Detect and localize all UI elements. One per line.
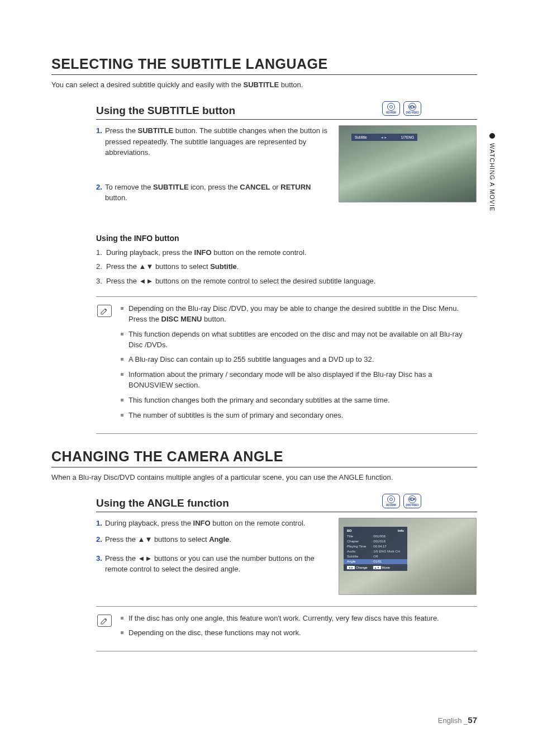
- bd-rom-icon: BD-ROM: [382, 101, 400, 116]
- info-step-3: 3. Press the ◄► buttons on the remote co…: [96, 276, 477, 287]
- osd-row-val: : 001/006: [372, 535, 404, 538]
- note-item: Information about the primary / secondar…: [121, 370, 477, 391]
- section-tab: WATCHING A MOVIE: [487, 133, 497, 211]
- bd-rom-icon: BD-ROM: [382, 494, 400, 508]
- intro-post: button.: [279, 81, 303, 89]
- note-item: The number of subtitles is the sum of pr…: [121, 410, 477, 421]
- step-number: 2.: [96, 534, 105, 545]
- section-title-camera-angle: CHANGING THE CAMERA ANGLE: [51, 448, 477, 467]
- step-bold: Angle: [209, 535, 229, 544]
- note-icon: [96, 304, 113, 426]
- step-3: 3. Press the ◄► buttons or you can use t…: [96, 553, 331, 575]
- step-bold: INFO: [194, 248, 212, 257]
- step-text: or: [270, 183, 281, 191]
- using-info-button-heading: Using the INFO button: [96, 234, 477, 243]
- dvd-video-label: DVD-VIDEO: [406, 111, 418, 114]
- note-item: Depending on the Blu-ray Disc /DVD, you …: [121, 304, 477, 325]
- dvd-video-label: DVD-VIDEO: [406, 504, 418, 507]
- notes-section-2: If the disc has only one angle, this fea…: [96, 606, 477, 652]
- step-text: Press the: [106, 262, 139, 271]
- step-bold: SUBTITLE: [153, 183, 189, 191]
- osd-row-key: Subtitle: [347, 555, 372, 558]
- step-number: 1.: [96, 125, 105, 158]
- intro-pre: You can select a desired subtitle quickl…: [51, 81, 244, 89]
- up-down-arrow-icon: ▲▼: [138, 534, 153, 545]
- osd-footer-move: Move: [382, 566, 390, 569]
- osd-subtitle-value: 1/7ENG: [401, 135, 414, 139]
- bd-rom-label: BD-ROM: [386, 504, 396, 507]
- step-bold: Subtitle: [210, 262, 237, 271]
- step-number: 2.: [96, 182, 105, 204]
- step-text: Press the: [106, 277, 139, 285]
- step-number: 2.: [96, 261, 106, 272]
- step-text: To remove the: [105, 183, 153, 191]
- section1-intro: You can select a desired subtitle quickl…: [51, 81, 477, 89]
- osd-row-val: : 1/6 ENG Multi CH: [372, 550, 404, 553]
- left-right-arrow-icon: ◄►: [139, 276, 154, 287]
- pencil-note-icon: [100, 616, 109, 625]
- note-bold: DISC MENU: [161, 315, 202, 323]
- step-text: button on the remote control.: [211, 519, 306, 527]
- tab-label: WATCHING A MOVIE: [489, 143, 496, 211]
- disc-icons-row: BD-ROM DVD-VIDEO: [382, 101, 421, 116]
- disc-circle-icon: [408, 103, 416, 111]
- note-text: button.: [202, 315, 226, 323]
- step-bold: INFO: [193, 519, 211, 527]
- osd-info-panel: BDInfo Title: 001/006 Chapter: 001/016 P…: [344, 527, 407, 571]
- manual-page: WATCHING A MOVIE SELECTING THE SUBTITLE …: [0, 0, 533, 756]
- pencil-note-icon: [100, 306, 109, 315]
- note-item: If the disc has only one angle, this fea…: [121, 613, 477, 624]
- osd-footer-change: Change: [356, 566, 368, 569]
- page-number: 57: [468, 715, 477, 725]
- osd-subtitle-label: Subtitle: [355, 135, 367, 139]
- osd-row-val: : 001/016: [372, 540, 404, 543]
- step-text: button on the remote control.: [212, 248, 307, 257]
- footer-language: English: [438, 716, 464, 725]
- step-text: buttons to select: [152, 535, 209, 544]
- osd-row-key: Audio: [347, 550, 372, 553]
- step-text: During playback, press the: [106, 248, 194, 257]
- dvd-video-icon: DVD-VIDEO: [403, 494, 421, 508]
- intro-bold: SUBTITLE: [244, 81, 279, 89]
- step-text: Press the: [105, 126, 138, 135]
- osd-header-left: BD: [347, 529, 352, 532]
- page-footer: English _57: [438, 715, 477, 725]
- step-number: 1.: [96, 518, 105, 529]
- up-down-arrow-icon: ▲▼: [139, 261, 154, 272]
- osd-row-key: Chapter: [347, 540, 372, 543]
- move-arrows-icon: ▲▼: [373, 566, 381, 569]
- angle-steps: 1. During playback, press the INFO butto…: [96, 518, 331, 580]
- note-item: Depending on the disc, these functions m…: [121, 628, 477, 639]
- step-1: 1. Press the SUBTITLE button. The subtit…: [96, 125, 331, 158]
- step-number: 3.: [96, 553, 105, 575]
- osd-subtitle-bar: Subtitle ◄► 1/7ENG: [351, 134, 417, 141]
- osd-row-val: : 00:04:17: [372, 545, 404, 548]
- dvd-video-icon: DVD-VIDEO: [403, 101, 421, 116]
- osd-arrows-icon: ◄►: [380, 136, 388, 139]
- step-bold: RETURN: [280, 183, 311, 191]
- step-text: icon, press the: [189, 183, 240, 191]
- info-step-2: 2. Press the ▲▼ buttons to select Subtit…: [96, 261, 477, 272]
- step-text: .: [237, 262, 239, 271]
- step-number: 1.: [96, 247, 106, 258]
- bd-rom-label: BD-ROM: [386, 111, 396, 114]
- osd-header-right: Info: [398, 529, 404, 532]
- disc-circle-icon: [387, 103, 395, 111]
- disc-circle-icon: [387, 495, 395, 503]
- step-2: 2. Press the ▲▼ buttons to select Angle.: [96, 534, 331, 545]
- note-item: A Blu-ray Disc can contain up to 255 sub…: [121, 355, 477, 365]
- step-bold: CANCEL: [240, 183, 270, 191]
- step-text: Press the: [105, 554, 138, 563]
- step-number: 3.: [96, 276, 106, 287]
- step-2: 2. To remove the SUBTITLE icon, press th…: [96, 182, 331, 204]
- disc-circle-icon: [408, 495, 416, 503]
- osd-row-val: : Off: [372, 555, 404, 558]
- osd-row-key: Playing Time: [347, 545, 372, 548]
- screenshot-angle-osd: BDInfo Title: 001/006 Chapter: 001/016 P…: [339, 518, 477, 595]
- step-text: buttons to select: [153, 262, 210, 271]
- step-text: Press the: [105, 535, 138, 544]
- step-text: During playback, press the: [105, 519, 193, 527]
- left-right-arrow-icon: ◄►: [138, 553, 153, 564]
- disc-icons-row: BD-ROM DVD-VIDEO: [382, 494, 421, 508]
- section-title-subtitle-language: SELECTING THE SUBTITLE LANGUAGE: [51, 56, 477, 75]
